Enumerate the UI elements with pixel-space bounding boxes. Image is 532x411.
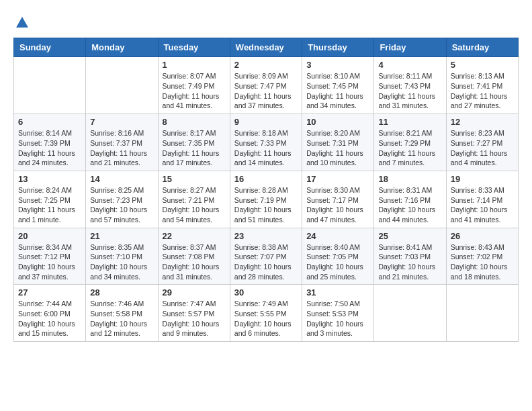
day-number: 31: [306, 287, 369, 298]
calendar-cell: 24Sunrise: 8:40 AMSunset: 7:05 PMDayligh…: [302, 228, 374, 285]
day-number: 1: [163, 60, 226, 70]
calendar-cell: 11Sunrise: 8:21 AMSunset: 7:29 PMDayligh…: [374, 114, 446, 171]
calendar-cell: 23Sunrise: 8:38 AMSunset: 7:07 PMDayligh…: [230, 228, 302, 285]
day-info: Sunrise: 7:49 AMSunset: 5:55 PMDaylight:…: [234, 299, 298, 338]
calendar-cell: 18Sunrise: 8:31 AMSunset: 7:16 PMDayligh…: [374, 171, 446, 228]
calendar-cell: 20Sunrise: 8:34 AMSunset: 7:12 PMDayligh…: [14, 228, 86, 285]
calendar-cell: 27Sunrise: 7:44 AMSunset: 6:00 PMDayligh…: [14, 285, 86, 342]
day-number: 30: [234, 287, 298, 298]
calendar-cell: 10Sunrise: 8:20 AMSunset: 7:31 PMDayligh…: [302, 114, 374, 171]
day-info: Sunrise: 8:21 AMSunset: 7:29 PMDaylight:…: [378, 128, 441, 168]
day-number: 20: [18, 231, 81, 241]
day-number: 23: [234, 231, 298, 241]
calendar-week-row: 27Sunrise: 7:44 AMSunset: 6:00 PMDayligh…: [14, 285, 519, 342]
day-number: 17: [306, 174, 369, 184]
calendar-week-row: 20Sunrise: 8:34 AMSunset: 7:12 PMDayligh…: [14, 228, 519, 285]
day-info: Sunrise: 8:38 AMSunset: 7:07 PMDaylight:…: [234, 242, 298, 282]
calendar-cell: 22Sunrise: 8:37 AMSunset: 7:08 PMDayligh…: [158, 228, 230, 285]
day-info: Sunrise: 8:31 AMSunset: 7:16 PMDaylight:…: [378, 185, 441, 225]
day-number: 24: [306, 231, 369, 241]
day-number: 13: [18, 174, 81, 184]
calendar-cell: 12Sunrise: 8:23 AMSunset: 7:27 PMDayligh…: [446, 114, 518, 171]
calendar-cell: 16Sunrise: 8:28 AMSunset: 7:19 PMDayligh…: [230, 171, 302, 228]
calendar-cell: 28Sunrise: 7:46 AMSunset: 5:58 PMDayligh…: [86, 285, 158, 342]
day-number: 11: [378, 117, 441, 127]
calendar-week-row: 6Sunrise: 8:14 AMSunset: 7:39 PMDaylight…: [14, 114, 519, 171]
calendar-cell: 26Sunrise: 8:43 AMSunset: 7:02 PMDayligh…: [446, 228, 518, 285]
logo-icon: [15, 15, 30, 30]
day-info: Sunrise: 8:41 AMSunset: 7:03 PMDaylight:…: [378, 242, 441, 282]
day-info: Sunrise: 8:28 AMSunset: 7:19 PMDaylight:…: [234, 185, 298, 225]
weekday-header-row: SundayMondayTuesdayWednesdayThursdayFrid…: [14, 38, 519, 57]
calendar-cell: 13Sunrise: 8:24 AMSunset: 7:25 PMDayligh…: [14, 171, 86, 228]
day-number: 8: [163, 117, 226, 127]
day-info: Sunrise: 8:35 AMSunset: 7:10 PMDaylight:…: [90, 242, 153, 282]
weekday-header-saturday: Saturday: [446, 38, 518, 57]
logo: [13, 13, 31, 31]
calendar-cell: 14Sunrise: 8:25 AMSunset: 7:23 PMDayligh…: [86, 171, 158, 228]
weekday-header-wednesday: Wednesday: [230, 38, 302, 57]
svg-marker-0: [16, 17, 28, 28]
day-info: Sunrise: 8:25 AMSunset: 7:23 PMDaylight:…: [90, 185, 153, 225]
weekday-header-friday: Friday: [374, 38, 446, 57]
day-info: Sunrise: 8:18 AMSunset: 7:33 PMDaylight:…: [234, 128, 298, 168]
calendar-week-row: 1Sunrise: 8:07 AMSunset: 7:49 PMDaylight…: [14, 57, 519, 114]
day-number: 5: [451, 60, 514, 70]
day-number: 14: [90, 174, 153, 184]
weekday-header-sunday: Sunday: [14, 38, 86, 57]
day-number: 26: [451, 231, 514, 241]
calendar-cell: 31Sunrise: 7:50 AMSunset: 5:53 PMDayligh…: [302, 285, 374, 342]
page-header: [13, 13, 519, 31]
day-info: Sunrise: 8:20 AMSunset: 7:31 PMDaylight:…: [306, 128, 369, 168]
day-number: 21: [90, 231, 153, 241]
day-info: Sunrise: 8:16 AMSunset: 7:37 PMDaylight:…: [90, 128, 153, 168]
day-info: Sunrise: 8:43 AMSunset: 7:02 PMDaylight:…: [451, 242, 514, 282]
calendar-cell: [86, 57, 158, 114]
calendar-cell: [14, 57, 86, 114]
day-number: 15: [163, 174, 226, 184]
day-number: 10: [306, 117, 369, 127]
calendar-cell: 15Sunrise: 8:27 AMSunset: 7:21 PMDayligh…: [158, 171, 230, 228]
day-info: Sunrise: 7:44 AMSunset: 6:00 PMDaylight:…: [18, 299, 81, 338]
day-number: 4: [378, 60, 441, 70]
day-number: 3: [306, 60, 369, 70]
day-info: Sunrise: 8:13 AMSunset: 7:41 PMDaylight:…: [451, 71, 514, 111]
day-number: 6: [18, 117, 81, 127]
calendar-cell: [374, 285, 446, 342]
day-info: Sunrise: 8:27 AMSunset: 7:21 PMDaylight:…: [163, 185, 226, 225]
calendar-week-row: 13Sunrise: 8:24 AMSunset: 7:25 PMDayligh…: [14, 171, 519, 228]
day-info: Sunrise: 7:46 AMSunset: 5:58 PMDaylight:…: [90, 299, 153, 338]
calendar-cell: 8Sunrise: 8:17 AMSunset: 7:35 PMDaylight…: [158, 114, 230, 171]
day-info: Sunrise: 8:10 AMSunset: 7:45 PMDaylight:…: [306, 71, 369, 111]
calendar-cell: 2Sunrise: 8:09 AMSunset: 7:47 PMDaylight…: [230, 57, 302, 114]
day-info: Sunrise: 8:33 AMSunset: 7:14 PMDaylight:…: [451, 185, 514, 225]
day-number: 19: [451, 174, 514, 184]
calendar-cell: 19Sunrise: 8:33 AMSunset: 7:14 PMDayligh…: [446, 171, 518, 228]
day-info: Sunrise: 8:30 AMSunset: 7:17 PMDaylight:…: [306, 185, 369, 225]
calendar-cell: 25Sunrise: 8:41 AMSunset: 7:03 PMDayligh…: [374, 228, 446, 285]
calendar-cell: 4Sunrise: 8:11 AMSunset: 7:43 PMDaylight…: [374, 57, 446, 114]
day-number: 29: [163, 287, 226, 298]
day-info: Sunrise: 8:34 AMSunset: 7:12 PMDaylight:…: [18, 242, 81, 282]
calendar-cell: 5Sunrise: 8:13 AMSunset: 7:41 PMDaylight…: [446, 57, 518, 114]
calendar-cell: 1Sunrise: 8:07 AMSunset: 7:49 PMDaylight…: [158, 57, 230, 114]
weekday-header-thursday: Thursday: [302, 38, 374, 57]
calendar-cell: 21Sunrise: 8:35 AMSunset: 7:10 PMDayligh…: [86, 228, 158, 285]
day-info: Sunrise: 8:40 AMSunset: 7:05 PMDaylight:…: [306, 242, 369, 282]
day-info: Sunrise: 8:24 AMSunset: 7:25 PMDaylight:…: [18, 185, 81, 225]
day-info: Sunrise: 8:07 AMSunset: 7:49 PMDaylight:…: [163, 71, 226, 111]
calendar-cell: [446, 285, 518, 342]
calendar-cell: 6Sunrise: 8:14 AMSunset: 7:39 PMDaylight…: [14, 114, 86, 171]
logo-text: [13, 13, 31, 31]
day-number: 28: [90, 287, 153, 298]
day-info: Sunrise: 8:37 AMSunset: 7:08 PMDaylight:…: [163, 242, 226, 282]
day-info: Sunrise: 8:09 AMSunset: 7:47 PMDaylight:…: [234, 71, 298, 111]
day-number: 12: [451, 117, 514, 127]
day-number: 9: [234, 117, 298, 127]
calendar-cell: 7Sunrise: 8:16 AMSunset: 7:37 PMDaylight…: [86, 114, 158, 171]
calendar-cell: 30Sunrise: 7:49 AMSunset: 5:55 PMDayligh…: [230, 285, 302, 342]
day-number: 22: [163, 231, 226, 241]
day-info: Sunrise: 7:50 AMSunset: 5:53 PMDaylight:…: [306, 299, 369, 338]
calendar-cell: 17Sunrise: 8:30 AMSunset: 7:17 PMDayligh…: [302, 171, 374, 228]
weekday-header-monday: Monday: [86, 38, 158, 57]
